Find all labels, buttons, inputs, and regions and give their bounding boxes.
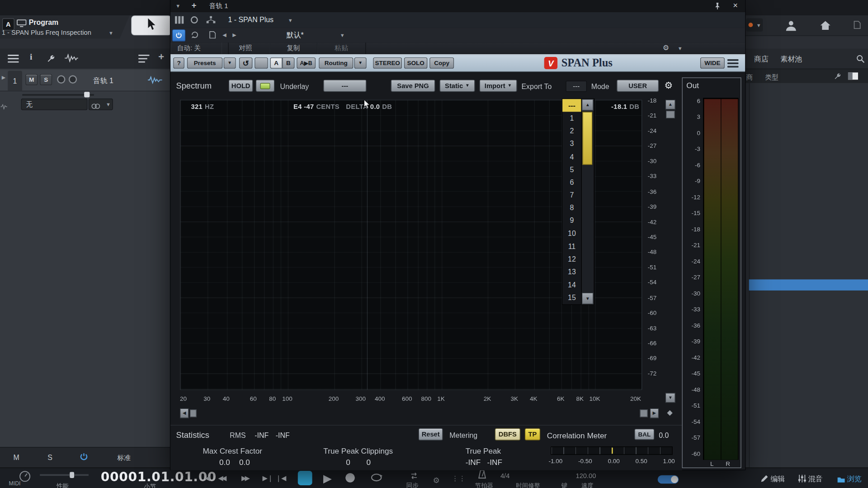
bar-label[interactable]: 小节 [144, 483, 156, 488]
export-to-selector[interactable]: --- [566, 81, 587, 92]
preset-dropdown-arrow[interactable]: ▼ [340, 33, 345, 38]
close-icon[interactable]: × [733, 0, 738, 10]
stereo-button[interactable]: STEREO [373, 57, 402, 68]
list-icon[interactable] [138, 54, 149, 65]
play-button[interactable]: ▶ [323, 471, 332, 484]
dropdown-item[interactable]: 2 [562, 125, 581, 137]
spectrum-scroll-down-button[interactable]: ▼ [665, 393, 675, 403]
tempo-label[interactable]: 速度 [581, 481, 594, 488]
tab-store[interactable]: 商店 [754, 54, 769, 64]
dropdown-item[interactable]: 11 [562, 240, 581, 253]
stop-button[interactable] [298, 471, 312, 485]
spectrum-scroll-right-button[interactable]: ▶ [650, 408, 659, 418]
sync-icon[interactable] [410, 471, 419, 481]
insert-selector[interactable]: 无 [21, 99, 88, 110]
underlay-selector[interactable]: --- [323, 80, 367, 92]
menu-icon[interactable] [8, 54, 19, 65]
loop-button[interactable] [370, 473, 383, 485]
dropdown-item[interactable]: 9 [562, 214, 581, 227]
paste-settings-button[interactable]: 粘贴 [317, 42, 366, 54]
dropdown-item[interactable]: 13 [562, 266, 581, 278]
fast-forward-button[interactable]: ▶▶ [241, 474, 248, 482]
event-loop-icon[interactable] [190, 31, 199, 41]
plugin-titlebar[interactable]: ▼ + 音轨 1 × [170, 0, 745, 12]
quick-access-dropdown[interactable]: ▼ [746, 18, 763, 31]
dropdown-scroll-thumb[interactable] [582, 112, 592, 165]
browser-content[interactable] [745, 83, 868, 468]
active-tool-indicator[interactable] [131, 15, 171, 35]
track-mute-button[interactable]: M [25, 74, 38, 85]
performance-slider[interactable] [40, 474, 89, 476]
add-tab-button[interactable]: + [192, 0, 197, 10]
scroll-up-button[interactable]: ▲ [582, 99, 594, 111]
add-track-icon[interactable]: + [158, 52, 164, 63]
solo-button[interactable]: SOLO [404, 57, 427, 68]
slider-handle[interactable] [84, 92, 90, 97]
ab-a-button[interactable]: A [270, 57, 283, 68]
track-header[interactable]: 1 M S 音轨 1 [0, 70, 170, 91]
spectrum-hscroll-thumb[interactable] [190, 409, 197, 417]
plugin-settings-arrow[interactable]: ▼ [678, 47, 683, 52]
ab-b-button[interactable]: B [282, 57, 294, 68]
reset-button[interactable]: Reset [419, 428, 443, 441]
spectrum-settings-gear-icon[interactable]: ⚙ [664, 80, 673, 91]
copy-button[interactable]: Copy [429, 57, 454, 68]
tempo-value[interactable]: 120.00 [576, 472, 596, 479]
next-preset-arrow[interactable]: ▶ [232, 33, 236, 38]
metronome-icon[interactable] [478, 470, 486, 481]
user-profile-icon[interactable] [785, 20, 797, 33]
spectrum-hscroll-thumb-right[interactable] [640, 409, 648, 417]
edit-view-tab[interactable]: 编辑 [770, 474, 785, 484]
rewind-button[interactable]: ◀◀ [218, 474, 225, 482]
channel-mode-selector[interactable]: ▼ [89, 99, 113, 110]
settings-gear-icon[interactable]: ⚙ [433, 476, 440, 485]
selected-row[interactable] [749, 279, 868, 290]
edit-icon[interactable] [760, 475, 768, 485]
track-number-tab[interactable]: 1 [8, 71, 22, 91]
dropdown-item[interactable]: 10 [562, 227, 581, 240]
timestretch-label[interactable]: 时间修整 [516, 481, 540, 488]
cpu-gauge-icon[interactable] [19, 470, 31, 485]
pin-icon[interactable] [714, 2, 721, 12]
footer-solo[interactable]: S [47, 453, 52, 461]
bal-button[interactable]: BAL [634, 429, 654, 440]
tp-button[interactable]: TP [525, 428, 540, 441]
performance-slider-handle[interactable] [70, 472, 74, 478]
timecode-display[interactable]: 00001.01.01.00 [101, 470, 217, 484]
plugin-power-button[interactable] [172, 29, 185, 42]
undo-button[interactable]: ↺ [239, 57, 252, 68]
wrench-icon[interactable] [47, 54, 56, 65]
spectrum-resize-handle[interactable]: ◆ [664, 407, 675, 418]
presets-button[interactable]: Presets [187, 57, 222, 68]
wide-button[interactable]: WIDE [700, 57, 725, 68]
plugin-instance-selector[interactable]: 1 - SPAN Plus [228, 15, 274, 23]
to-end-button[interactable]: ▶❘ [262, 474, 273, 482]
columns-icon[interactable] [175, 16, 184, 26]
scroll-down-button[interactable]: ▼ [582, 293, 594, 305]
spectrum-scroll-left-button[interactable]: ◀ [180, 408, 189, 418]
prev-preset-arrow[interactable]: ◀ [222, 33, 226, 38]
tools-icon[interactable] [834, 72, 841, 82]
copy-settings-button[interactable]: 复制 [269, 42, 318, 54]
plugin-settings-gear-icon[interactable]: ⚙ [663, 44, 669, 52]
dropdown-item[interactable]: 14 [562, 278, 581, 291]
automation-mode[interactable]: 自动: 关 [170, 42, 229, 54]
import-dropdown-button[interactable]: Import▼ [479, 80, 517, 92]
a-to-b-button[interactable]: A▶B [297, 57, 316, 68]
mix-view-tab[interactable]: 混音 [808, 474, 823, 484]
browse-icon[interactable] [837, 475, 845, 485]
session-dropdown-arrow[interactable]: ▼ [108, 31, 113, 36]
banner-menu-icon[interactable] [727, 57, 738, 69]
mini-wave-icon[interactable] [0, 102, 7, 112]
mix-icon[interactable] [798, 475, 806, 485]
monitor-button[interactable] [69, 75, 77, 84]
bypass-circle-icon[interactable] [190, 16, 198, 26]
snapshot-button[interactable] [255, 57, 268, 68]
instance-dropdown-arrow[interactable]: ▼ [288, 18, 293, 23]
track-solo-button[interactable]: S [40, 74, 52, 85]
toggle-switch[interactable] [658, 475, 679, 483]
mode-selector-button[interactable]: USER [617, 80, 659, 92]
footer-power-icon[interactable] [80, 453, 88, 463]
help-button[interactable]: ? [173, 57, 184, 68]
dropdown-scrollbar[interactable]: ▲ ▼ [581, 99, 594, 304]
